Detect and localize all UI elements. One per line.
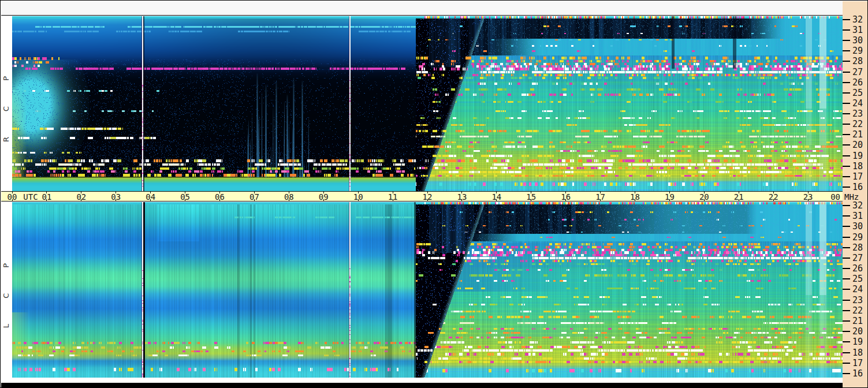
freq-tick xyxy=(843,226,850,227)
freq-tick xyxy=(843,215,850,217)
freq-tick xyxy=(843,341,850,342)
time-tick-label: 20 xyxy=(699,192,709,202)
time-tick-label: 19 xyxy=(665,192,675,202)
freq-tick-label: 25 xyxy=(852,88,863,98)
freq-tick xyxy=(843,82,850,83)
freq-tick-label: 16 xyxy=(852,182,863,192)
freq-tick-label: 24 xyxy=(852,98,863,109)
freq-tick xyxy=(843,258,850,259)
time-tick-label: 08 xyxy=(284,192,294,202)
time-tick-label: 05 xyxy=(180,192,190,202)
freq-tick xyxy=(843,278,850,279)
time-tick-label: 12 xyxy=(423,192,433,202)
freq-tick xyxy=(843,19,850,20)
time-tick-label: 18 xyxy=(630,192,640,202)
freq-tick-label: 23 xyxy=(852,109,863,119)
bottom-border-bar xyxy=(1,383,843,388)
freq-tick-label: 27 xyxy=(852,253,863,263)
freq-tick-label: 19 xyxy=(852,151,863,161)
freq-tick-label: 23 xyxy=(852,295,863,305)
freq-tick xyxy=(843,72,850,73)
title-bar: AJ4CO Observatory 15 Oct 2023 - DPS on T… xyxy=(1,1,843,16)
freq-tick-label: 21 xyxy=(852,129,863,140)
freq-tick-label: 31 xyxy=(852,25,863,35)
time-tick-label: 10 xyxy=(353,192,363,202)
freq-tick xyxy=(843,113,850,114)
freq-tick xyxy=(843,331,850,332)
freq-tick-label: 16 xyxy=(852,368,863,379)
freq-tick xyxy=(843,237,850,238)
freq-tick xyxy=(843,134,850,135)
time-axis-strip: 0001020304050607080910111213141516171819… xyxy=(1,191,843,202)
freq-tick-label: 20 xyxy=(852,140,863,150)
freq-tick-label: 22 xyxy=(852,119,863,129)
time-tick-label: 02 xyxy=(76,192,86,202)
freq-tick-label: 32 xyxy=(852,14,863,25)
lcp-spectrogram-canvas xyxy=(12,202,843,378)
freq-tick xyxy=(843,373,850,374)
freq-tick-label: 27 xyxy=(852,67,863,77)
freq-tick xyxy=(843,124,850,125)
freq-tick-label: 20 xyxy=(852,326,863,337)
freq-tick xyxy=(843,176,850,177)
freq-tick-label: 22 xyxy=(852,305,863,316)
rcp-panel-label: R C P xyxy=(2,65,10,142)
time-tick-label: 23 xyxy=(803,192,813,202)
freq-tick-label: 26 xyxy=(852,263,863,274)
freq-tick-label: 17 xyxy=(852,171,863,182)
time-tick-label: 07 xyxy=(249,192,259,202)
freq-tick-label: 17 xyxy=(852,358,863,368)
time-tick-label: 15 xyxy=(526,192,536,202)
freq-tick xyxy=(843,103,850,104)
freq-tick-label: 29 xyxy=(852,46,863,56)
freq-tick-label: 25 xyxy=(852,274,863,284)
freq-tick xyxy=(843,205,850,206)
time-tick-label: 11 xyxy=(388,192,398,202)
freq-tick xyxy=(843,352,850,353)
freq-tick xyxy=(843,186,850,188)
freq-tick xyxy=(843,289,850,290)
frequency-axis-column: 3231302928272625242322212019181716323130… xyxy=(843,1,868,388)
freq-tick xyxy=(843,300,850,301)
freq-tick xyxy=(843,144,850,146)
time-tick-label: 22 xyxy=(769,192,778,202)
time-tick-label: 14 xyxy=(491,192,501,202)
freq-tick-label: 21 xyxy=(852,316,863,326)
dps-viewer-window: AJ4CO Observatory 15 Oct 2023 - DPS on T… xyxy=(0,0,868,388)
freq-tick-label: 18 xyxy=(852,161,863,171)
freq-tick-label: 28 xyxy=(852,242,863,253)
freq-tick-label: 31 xyxy=(852,211,863,221)
freq-tick-label: 18 xyxy=(852,348,863,358)
freq-tick xyxy=(843,268,850,269)
freq-tick-label: 26 xyxy=(852,77,863,88)
time-tick-label: 13 xyxy=(457,192,467,202)
mhz-unit-label: MHz xyxy=(844,192,859,202)
time-tick-label: 06 xyxy=(215,192,225,202)
time-tick-label: 17 xyxy=(595,192,605,202)
time-tick-label: 21 xyxy=(734,192,744,202)
freq-tick xyxy=(843,29,850,31)
freq-tick xyxy=(843,310,850,311)
utc-unit-label: UTC xyxy=(23,192,38,202)
time-tick-label: 03 xyxy=(111,192,121,202)
lcp-panel-label: L C P xyxy=(2,252,10,328)
freq-tick-label: 24 xyxy=(852,284,863,294)
freq-tick-label: 30 xyxy=(852,35,863,46)
freq-tick xyxy=(843,61,850,62)
freq-tick xyxy=(843,50,850,51)
freq-tick-label: 28 xyxy=(852,56,863,66)
freq-tick xyxy=(843,363,850,364)
freq-tick xyxy=(843,40,850,41)
freq-tick-label: 29 xyxy=(852,232,863,242)
rcp-spectrogram-canvas xyxy=(12,16,843,191)
freq-tick-label: 19 xyxy=(852,337,863,347)
freq-tick xyxy=(843,92,850,94)
time-tick-label: 00 xyxy=(8,192,17,202)
freq-tick xyxy=(843,155,850,156)
time-tick-label: 16 xyxy=(561,192,571,202)
time-tick-label: 04 xyxy=(146,192,155,202)
freq-tick xyxy=(843,320,850,322)
freq-tick xyxy=(843,166,850,167)
freq-tick-label: 30 xyxy=(852,221,863,232)
time-tick-label: 09 xyxy=(319,192,329,202)
